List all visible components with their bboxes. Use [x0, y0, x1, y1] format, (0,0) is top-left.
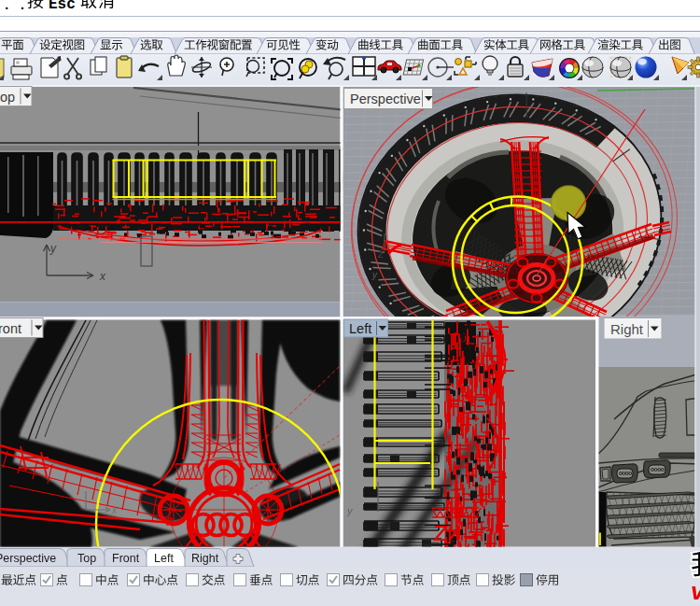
svg-text:y: y	[49, 242, 57, 255]
svg-text:Right: Right	[191, 552, 219, 565]
svg-text:x: x	[99, 270, 106, 283]
svg-text:Perspective: Perspective	[0, 552, 56, 565]
svg-text:y: y	[371, 270, 378, 280]
svg-text:Right: Right	[610, 321, 644, 337]
svg-text:Front: Front	[112, 552, 140, 565]
svg-text:x: x	[111, 505, 118, 515]
svg-text:Left: Left	[154, 552, 174, 565]
svg-text:Top: Top	[77, 552, 96, 565]
svg-text:z: z	[377, 247, 384, 261]
svg-text:op: op	[0, 90, 15, 105]
svg-text:Left: Left	[349, 321, 371, 336]
svg-text:ront: ront	[0, 321, 21, 336]
svg-text:Perspective: Perspective	[350, 92, 421, 106]
